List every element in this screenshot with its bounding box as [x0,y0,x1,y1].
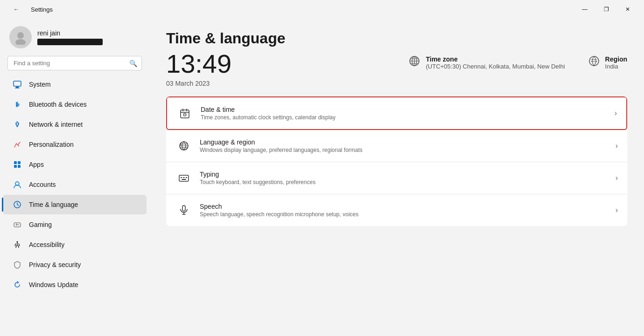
settings-item-language-region[interactable]: Language & region Windows display langua… [166,130,627,162]
clock-time: 13:49 [166,51,408,77]
avatar [9,26,32,48]
sidebar-item-label-personalization: Personalization [29,141,74,148]
clock-date: 03 March 2023 [166,80,408,87]
svg-rect-3 [16,87,19,88]
back-button[interactable]: ← [6,2,27,17]
user-email-masked [37,39,103,45]
sidebar-item-system[interactable]: System [3,75,147,94]
time-region-row: 13:49 03 March 2023 Tim [166,51,627,87]
settings-item-speech[interactable]: Speech Speech language, speech recogniti… [166,194,627,226]
sidebar-item-bluetooth[interactable]: Bluetooth & devices [3,95,147,114]
svg-rect-22 [181,177,182,178]
sidebar-item-label-accessibility: Accessibility [29,241,64,248]
svg-point-13 [18,224,19,225]
window-controls: — ❐ ✕ [574,2,638,17]
region-text: Region India [605,55,627,70]
region-value: India [605,63,627,70]
update-icon [12,280,22,290]
minimize-button[interactable]: — [574,2,595,17]
date-time-arrow: › [615,109,617,117]
language-region-desc: Windows display language, preferred lang… [200,147,608,153]
typing-title: Typing [200,171,608,178]
svg-rect-2 [14,81,21,86]
svg-rect-8 [14,165,17,168]
svg-point-5 [17,126,18,127]
user-name: reni jain [37,29,103,37]
accounts-icon [12,179,22,190]
sidebar-item-label-bluetooth: Bluetooth & devices [29,101,87,108]
main-content: Time & language 13:49 03 March 2023 [149,19,644,336]
svg-rect-7 [18,161,21,164]
search-box: 🔍 [7,56,142,70]
user-profile[interactable]: reni jain [0,19,149,54]
close-button[interactable]: ✕ [617,2,638,17]
svg-rect-25 [182,179,186,180]
sidebar-item-apps[interactable]: Apps [3,155,147,174]
clock-display: 13:49 03 March 2023 [166,51,408,87]
language-region-text: Language & region Windows display langua… [200,138,608,153]
date-time-desc: Time zones, automatic clock settings, ca… [201,114,607,121]
app-body: reni jain 🔍 System [0,19,644,336]
svg-point-1 [15,39,26,45]
speech-arrow: › [616,206,618,214]
sidebar-item-label-privacy: Privacy & security [29,261,81,268]
region-label: Region [605,55,627,63]
date-time-text: Date & time Time zones, automatic clock … [201,106,607,121]
svg-rect-6 [14,161,17,164]
svg-rect-4 [15,88,20,89]
settings-item-date-time[interactable]: Date & time Time zones, automatic clock … [166,96,627,130]
svg-rect-26 [182,206,185,211]
sidebar-item-privacy[interactable]: Privacy & security [3,255,147,274]
app-title: Settings [31,6,53,13]
user-avatar-icon [13,30,28,45]
time-zone-block: Time zone (UTC+05:30) Chennai, Kolkata, … [408,55,565,70]
page-title: Time & language [166,30,627,47]
timezone-value: (UTC+05:30) Chennai, Kolkata, Mumbai, Ne… [426,63,565,70]
svg-point-17 [589,56,599,66]
sidebar-item-time[interactable]: Time & language [3,195,147,214]
maximize-button[interactable]: ❐ [595,2,617,17]
sidebar-item-label-gaming: Gaming [29,221,52,228]
sidebar-item-label-accounts: Accounts [29,181,56,188]
speech-desc: Speech language, speech recognition micr… [200,211,608,218]
titlebar: ← Settings — ❐ ✕ [0,0,644,19]
timezone-text: Time zone (UTC+05:30) Chennai, Kolkata, … [426,55,565,70]
language-region-icon [175,137,192,154]
gaming-icon [12,219,22,230]
sidebar-item-gaming[interactable]: Gaming [3,215,147,234]
sidebar-item-personalization[interactable]: Personalization [3,135,147,154]
sidebar: reni jain 🔍 System [0,19,149,336]
date-time-icon [176,105,193,122]
date-time-title: Date & time [201,106,607,113]
sidebar-item-accessibility[interactable]: Accessibility [3,235,147,254]
network-icon [12,119,22,130]
settings-item-typing[interactable]: Typing Touch keyboard, text suggestions,… [166,162,627,194]
personalization-icon [12,139,22,150]
typing-text: Typing Touch keyboard, text suggestions,… [200,171,608,185]
svg-point-14 [17,241,18,243]
svg-rect-21 [179,175,189,181]
typing-desc: Touch keyboard, text suggestions, prefer… [200,179,608,185]
region-icon [588,55,601,70]
apps-icon [12,159,22,170]
sidebar-item-label-system: System [29,81,51,88]
language-region-title: Language & region [200,138,608,146]
time-region-info: Time zone (UTC+05:30) Chennai, Kolkata, … [408,55,627,70]
svg-rect-9 [18,165,21,168]
sidebar-item-network[interactable]: Network & internet [3,115,147,134]
search-icon: 🔍 [129,60,137,67]
svg-rect-24 [186,177,187,178]
bluetooth-icon [12,99,22,110]
typing-icon [175,170,192,186]
sidebar-item-label-update: Windows Update [29,281,78,288]
sidebar-item-accounts[interactable]: Accounts [3,175,147,194]
timezone-label: Time zone [426,55,565,63]
sidebar-item-label-apps: Apps [29,161,44,168]
sidebar-item-update[interactable]: Windows Update [3,275,147,295]
search-input[interactable] [7,56,142,70]
accessibility-icon [12,240,22,250]
region-block: Region India [588,55,627,70]
speech-icon [175,202,192,219]
language-region-arrow: › [616,142,618,150]
svg-point-0 [17,32,24,39]
